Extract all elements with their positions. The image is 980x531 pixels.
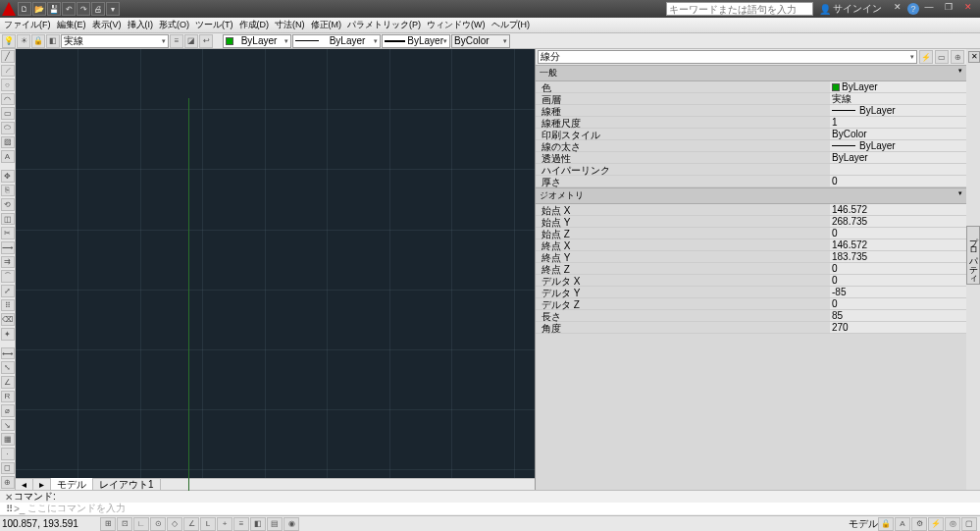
dim-diameter-icon[interactable]: ⌀ [1,404,15,417]
annovisibility-icon[interactable]: A [895,517,910,531]
property-row[interactable]: 画層実線 [536,93,966,105]
qat-print-icon[interactable]: 🖨 [91,2,105,16]
property-row[interactable]: 線の太さByLayer [536,140,966,152]
property-value[interactable]: 85 [830,310,966,322]
otrack-toggle-icon[interactable]: ∠ [183,517,199,531]
mirror-tool-icon[interactable]: ◫ [1,213,15,226]
erase-tool-icon[interactable]: ⌫ [1,313,15,326]
line-tool-icon[interactable]: ╱ [1,50,15,63]
menu-draw[interactable]: 作成(D) [239,19,270,31]
properties-tab-label[interactable]: プロパティ [966,226,980,285]
property-value[interactable]: 0 [830,275,966,287]
block-tool-icon[interactable]: ◻ [1,462,15,475]
layer-manager-icon[interactable]: ≡ [170,34,183,48]
close-button[interactable]: ✕ [958,2,978,16]
menu-dimension[interactable]: 寸法(N) [275,19,305,31]
help-icon[interactable]: ? [907,3,919,15]
lwt-toggle-icon[interactable]: ≡ [233,517,249,531]
annoscale-icon[interactable]: 🔒 [878,517,894,531]
menu-window[interactable]: ウィンドウ(W) [427,19,486,31]
help-search-input[interactable] [666,2,813,16]
menu-help[interactable]: ヘルプ(H) [491,19,531,31]
model-space-label[interactable]: モデル [849,517,878,531]
select-objects-icon[interactable]: ▭ [935,50,949,64]
grid-toggle-icon[interactable]: ⊡ [117,517,132,531]
signin-link[interactable]: 👤サインイン [819,2,882,16]
layer-filter-icon[interactable]: 💡 [2,34,16,48]
qat-new-icon[interactable]: 🗋 [18,2,31,16]
lineweight-combo[interactable]: ByLayer▾ [382,34,450,48]
ducs-toggle-icon[interactable]: L [200,517,216,531]
color-combo[interactable]: ByLayer▾ [223,34,291,48]
command-handle-icon[interactable]: ⠿ [4,504,14,514]
command-input[interactable]: ここにコマンドを入力 [27,502,126,515]
copy-tool-icon[interactable]: ⎘ [1,185,15,197]
array-tool-icon[interactable]: ⠿ [1,299,15,312]
dyn-toggle-icon[interactable]: + [217,517,232,531]
property-value[interactable]: 146.572 [830,239,966,251]
hatch-tool-icon[interactable]: ▨ [1,136,15,149]
arc-tool-icon[interactable]: ◠ [1,93,15,106]
rotate-tool-icon[interactable]: ⟲ [1,198,15,211]
maximize-button[interactable]: ❐ [939,2,958,16]
qat-redo-icon[interactable]: ↷ [77,2,90,16]
layer-combo[interactable]: 実線▾ [61,34,169,48]
property-row[interactable]: 終点 X146.572 [536,239,966,251]
property-value[interactable]: 183.735 [830,251,966,263]
polar-toggle-icon[interactable]: ⊙ [150,517,166,531]
workspace-icon[interactable]: ⚙ [911,517,927,531]
property-value[interactable]: -85 [830,287,966,298]
property-row[interactable]: 始点 Z0 [536,228,966,239]
dim-aligned-icon[interactable]: ⤡ [1,361,15,374]
ellipse-tool-icon[interactable]: ⬭ [1,122,15,134]
property-value[interactable]: 268.735 [830,216,966,228]
dim-radius-icon[interactable]: R [1,391,15,403]
rectangle-tool-icon[interactable]: ▭ [1,107,15,120]
isolate-icon[interactable]: ◎ [945,517,960,531]
insert-tool-icon[interactable]: ⊕ [1,476,15,489]
section-geometry[interactable]: ジオメトリ [536,187,966,204]
menu-insert[interactable]: 挿入(I) [128,19,154,31]
clean-screen-icon[interactable]: ▢ [961,517,977,531]
qat-open-icon[interactable]: 📂 [32,2,46,16]
table-tool-icon[interactable]: ▦ [1,433,15,446]
property-row[interactable]: 角度270 [536,322,966,334]
text-tool-icon[interactable]: A [1,150,15,163]
drawing-canvas[interactable] [16,49,535,478]
section-general[interactable]: 一般 [536,65,966,81]
coordinate-display[interactable]: 100.857, 193.591 [2,518,100,529]
menu-edit[interactable]: 編集(E) [57,19,86,31]
circle-tool-icon[interactable]: ○ [1,79,15,91]
qat-save-icon[interactable]: 💾 [47,2,61,16]
menu-view[interactable]: 表示(V) [92,19,122,31]
app-logo-icon[interactable] [2,2,16,16]
pline-tool-icon[interactable]: ⟋ [1,65,15,78]
property-value[interactable]: 270 [830,322,966,334]
property-value[interactable]: ByLayer [830,140,966,152]
property-row[interactable]: 線種尺度1 [536,117,966,129]
trim-tool-icon[interactable]: ✂ [1,227,15,239]
command-close-icon[interactable]: ✕ [4,492,14,503]
plotstyle-combo[interactable]: ByColor▾ [451,34,510,48]
property-row[interactable]: 厚さ0 [536,176,966,187]
hardware-accel-icon[interactable]: ⚡ [928,517,944,531]
point-tool-icon[interactable]: · [1,448,15,460]
property-row[interactable]: 長さ85 [536,310,966,322]
property-row[interactable]: 透過性ByLayer [536,152,966,164]
menu-parametric[interactable]: パラメトリック(P) [347,19,421,31]
menu-modify[interactable]: 修正(M) [311,19,342,31]
move-tool-icon[interactable]: ✥ [1,170,15,183]
explode-tool-icon[interactable]: ✦ [1,328,15,341]
menu-file[interactable]: ファイル(F) [4,19,51,31]
selected-line-entity[interactable] [188,98,189,491]
tab-arrow-right-icon[interactable]: ▸ [33,479,51,490]
qat-undo-icon[interactable]: ↶ [62,2,76,16]
osnap-toggle-icon[interactable]: ◇ [167,517,182,531]
property-value[interactable]: 146.572 [830,204,966,216]
property-row[interactable]: 線種ByLayer [536,105,966,117]
linetype-combo[interactable]: ByLayer▾ [292,34,381,48]
layer-lock-icon[interactable]: 🔒 [31,34,45,48]
minimize-button[interactable]: — [919,2,939,16]
layer-match-icon[interactable]: ◪ [184,34,198,48]
property-row[interactable]: 終点 Z0 [536,263,966,275]
